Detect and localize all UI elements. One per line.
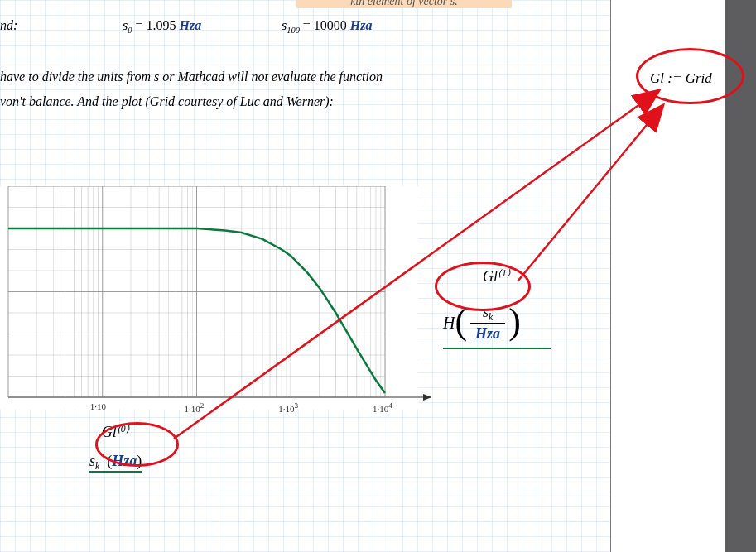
x-tick: 1·103 xyxy=(278,401,298,414)
s100-expression: s100 = 10000 Hza xyxy=(282,18,373,33)
header-fragment-text: kth element of vector s. xyxy=(296,0,512,8)
plot-region[interactable]: 1·101·1021·1031·104 xyxy=(0,186,418,410)
frac-den: Hza xyxy=(470,325,505,343)
plot-svg xyxy=(0,186,431,430)
s100-unit: Hza xyxy=(350,18,373,32)
s0-unit: Hza xyxy=(179,18,201,32)
paragraph-line-1: have to divide the units from s or Mathc… xyxy=(0,70,383,84)
s100-eq: = 10000 xyxy=(303,18,347,32)
s100-sub: 100 xyxy=(287,26,300,35)
right-side-expression: Gl := Grid xyxy=(650,70,712,87)
paragraph-line-2: von't balance. And the plot (Grid courte… xyxy=(0,94,334,109)
gl1-text: Gl xyxy=(483,268,498,285)
trace-label-block: Gl⟨1⟩ H ( sk Hza ) xyxy=(443,268,551,349)
H-symbol: H xyxy=(443,314,455,333)
x-axis-label-block: Gl⟨0⟩ sk (Hza) xyxy=(89,424,142,470)
line-nd: nd: xyxy=(0,18,17,33)
open-paren: ( xyxy=(455,304,467,340)
frac-num-var: s xyxy=(483,304,489,320)
s0-sub: 0 xyxy=(128,26,132,35)
gl0-sup: ⟨0⟩ xyxy=(117,424,130,434)
gl0-text: Gl xyxy=(102,424,117,440)
x-tick: 1·104 xyxy=(373,401,392,414)
frac-num-sub: k xyxy=(489,312,493,323)
s0-expression: s0 = 1.095 Hza xyxy=(123,18,201,33)
x-tick: 1·10 xyxy=(90,401,106,411)
xaxis-unit: Hza xyxy=(112,453,137,469)
xaxis-sk-sub: k xyxy=(95,461,99,472)
stage: kth element of vector s. nd: s0 = 1.095 … xyxy=(0,0,756,552)
gl1-sup: ⟨1⟩ xyxy=(498,268,511,279)
s0-eq: = 1.095 xyxy=(135,18,176,32)
xaxis-sk-var: s xyxy=(89,453,95,469)
close-paren: ) xyxy=(508,304,521,340)
x-tick: 1·102 xyxy=(185,401,205,414)
